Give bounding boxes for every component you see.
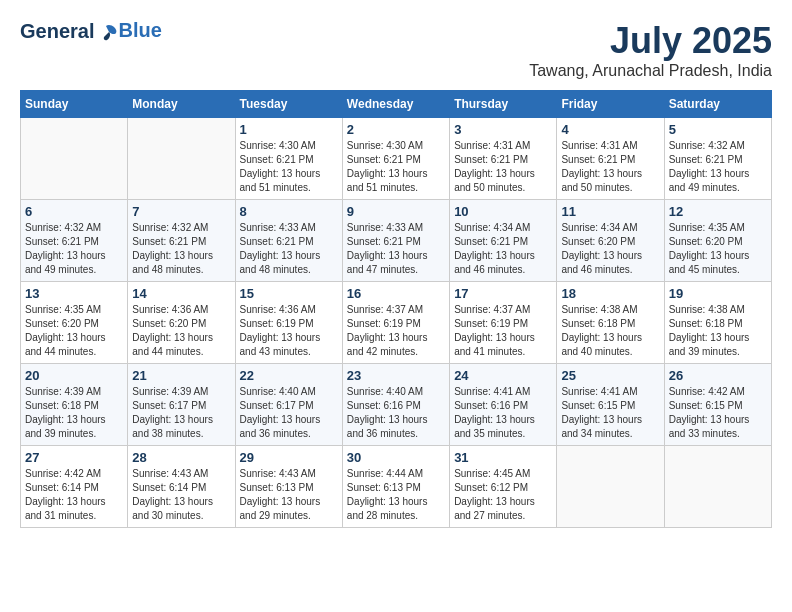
calendar-week-row: 6Sunrise: 4:32 AMSunset: 6:21 PMDaylight… (21, 200, 772, 282)
day-info: Sunrise: 4:31 AMSunset: 6:21 PMDaylight:… (454, 139, 552, 195)
calendar-day-cell: 28Sunrise: 4:43 AMSunset: 6:14 PMDayligh… (128, 446, 235, 528)
logo-line2: Blue (118, 19, 161, 41)
day-info: Sunrise: 4:30 AMSunset: 6:21 PMDaylight:… (240, 139, 338, 195)
calendar-day-cell: 16Sunrise: 4:37 AMSunset: 6:19 PMDayligh… (342, 282, 449, 364)
calendar-body: 1Sunrise: 4:30 AMSunset: 6:21 PMDaylight… (21, 118, 772, 528)
day-number: 7 (132, 204, 230, 219)
calendar-day-cell: 6Sunrise: 4:32 AMSunset: 6:21 PMDaylight… (21, 200, 128, 282)
day-info: Sunrise: 4:45 AMSunset: 6:12 PMDaylight:… (454, 467, 552, 523)
day-number: 11 (561, 204, 659, 219)
weekday-header-cell: Wednesday (342, 91, 449, 118)
day-number: 30 (347, 450, 445, 465)
calendar-day-cell: 24Sunrise: 4:41 AMSunset: 6:16 PMDayligh… (450, 364, 557, 446)
day-info: Sunrise: 4:40 AMSunset: 6:17 PMDaylight:… (240, 385, 338, 441)
day-info: Sunrise: 4:41 AMSunset: 6:16 PMDaylight:… (454, 385, 552, 441)
day-number: 15 (240, 286, 338, 301)
day-info: Sunrise: 4:36 AMSunset: 6:19 PMDaylight:… (240, 303, 338, 359)
day-info: Sunrise: 4:37 AMSunset: 6:19 PMDaylight:… (347, 303, 445, 359)
day-info: Sunrise: 4:37 AMSunset: 6:19 PMDaylight:… (454, 303, 552, 359)
day-info: Sunrise: 4:44 AMSunset: 6:13 PMDaylight:… (347, 467, 445, 523)
calendar-day-cell: 12Sunrise: 4:35 AMSunset: 6:20 PMDayligh… (664, 200, 771, 282)
day-number: 26 (669, 368, 767, 383)
location-title: Tawang, Arunachal Pradesh, India (529, 62, 772, 80)
calendar-week-row: 27Sunrise: 4:42 AMSunset: 6:14 PMDayligh… (21, 446, 772, 528)
calendar-day-cell: 1Sunrise: 4:30 AMSunset: 6:21 PMDaylight… (235, 118, 342, 200)
day-number: 20 (25, 368, 123, 383)
calendar-day-cell: 5Sunrise: 4:32 AMSunset: 6:21 PMDaylight… (664, 118, 771, 200)
day-number: 10 (454, 204, 552, 219)
calendar-day-cell: 22Sunrise: 4:40 AMSunset: 6:17 PMDayligh… (235, 364, 342, 446)
day-number: 1 (240, 122, 338, 137)
day-number: 21 (132, 368, 230, 383)
logo: General Blue (20, 20, 162, 42)
calendar-day-cell: 2Sunrise: 4:30 AMSunset: 6:21 PMDaylight… (342, 118, 449, 200)
day-number: 27 (25, 450, 123, 465)
day-number: 2 (347, 122, 445, 137)
calendar-day-cell: 19Sunrise: 4:38 AMSunset: 6:18 PMDayligh… (664, 282, 771, 364)
logo-bird-icon (96, 24, 118, 42)
day-info: Sunrise: 4:34 AMSunset: 6:20 PMDaylight:… (561, 221, 659, 277)
day-info: Sunrise: 4:33 AMSunset: 6:21 PMDaylight:… (347, 221, 445, 277)
calendar-day-cell: 11Sunrise: 4:34 AMSunset: 6:20 PMDayligh… (557, 200, 664, 282)
day-info: Sunrise: 4:42 AMSunset: 6:15 PMDaylight:… (669, 385, 767, 441)
day-number: 19 (669, 286, 767, 301)
calendar-day-cell: 7Sunrise: 4:32 AMSunset: 6:21 PMDaylight… (128, 200, 235, 282)
day-number: 31 (454, 450, 552, 465)
day-info: Sunrise: 4:32 AMSunset: 6:21 PMDaylight:… (669, 139, 767, 195)
weekday-header-row: SundayMondayTuesdayWednesdayThursdayFrid… (21, 91, 772, 118)
day-info: Sunrise: 4:34 AMSunset: 6:21 PMDaylight:… (454, 221, 552, 277)
calendar-day-cell: 26Sunrise: 4:42 AMSunset: 6:15 PMDayligh… (664, 364, 771, 446)
calendar-day-cell: 31Sunrise: 4:45 AMSunset: 6:12 PMDayligh… (450, 446, 557, 528)
calendar-day-cell: 23Sunrise: 4:40 AMSunset: 6:16 PMDayligh… (342, 364, 449, 446)
day-number: 29 (240, 450, 338, 465)
month-title: July 2025 (529, 20, 772, 62)
day-number: 5 (669, 122, 767, 137)
day-info: Sunrise: 4:39 AMSunset: 6:17 PMDaylight:… (132, 385, 230, 441)
calendar-day-cell (21, 118, 128, 200)
weekday-header-cell: Thursday (450, 91, 557, 118)
calendar-day-cell: 13Sunrise: 4:35 AMSunset: 6:20 PMDayligh… (21, 282, 128, 364)
day-number: 28 (132, 450, 230, 465)
calendar-table: SundayMondayTuesdayWednesdayThursdayFrid… (20, 90, 772, 528)
day-number: 3 (454, 122, 552, 137)
calendar-day-cell: 10Sunrise: 4:34 AMSunset: 6:21 PMDayligh… (450, 200, 557, 282)
weekday-header-cell: Saturday (664, 91, 771, 118)
weekday-header-cell: Sunday (21, 91, 128, 118)
day-number: 23 (347, 368, 445, 383)
day-info: Sunrise: 4:35 AMSunset: 6:20 PMDaylight:… (669, 221, 767, 277)
day-number: 4 (561, 122, 659, 137)
calendar-day-cell: 4Sunrise: 4:31 AMSunset: 6:21 PMDaylight… (557, 118, 664, 200)
day-number: 17 (454, 286, 552, 301)
calendar-week-row: 1Sunrise: 4:30 AMSunset: 6:21 PMDaylight… (21, 118, 772, 200)
day-info: Sunrise: 4:43 AMSunset: 6:14 PMDaylight:… (132, 467, 230, 523)
day-number: 16 (347, 286, 445, 301)
day-info: Sunrise: 4:41 AMSunset: 6:15 PMDaylight:… (561, 385, 659, 441)
day-number: 25 (561, 368, 659, 383)
calendar-day-cell: 21Sunrise: 4:39 AMSunset: 6:17 PMDayligh… (128, 364, 235, 446)
day-number: 18 (561, 286, 659, 301)
day-number: 6 (25, 204, 123, 219)
calendar-week-row: 13Sunrise: 4:35 AMSunset: 6:20 PMDayligh… (21, 282, 772, 364)
calendar-day-cell: 20Sunrise: 4:39 AMSunset: 6:18 PMDayligh… (21, 364, 128, 446)
day-number: 13 (25, 286, 123, 301)
logo-text: General Blue (20, 20, 162, 42)
day-number: 24 (454, 368, 552, 383)
calendar-day-cell: 17Sunrise: 4:37 AMSunset: 6:19 PMDayligh… (450, 282, 557, 364)
day-number: 12 (669, 204, 767, 219)
weekday-header-cell: Friday (557, 91, 664, 118)
calendar-day-cell (557, 446, 664, 528)
calendar-day-cell (128, 118, 235, 200)
calendar-day-cell: 8Sunrise: 4:33 AMSunset: 6:21 PMDaylight… (235, 200, 342, 282)
calendar-day-cell: 15Sunrise: 4:36 AMSunset: 6:19 PMDayligh… (235, 282, 342, 364)
day-number: 9 (347, 204, 445, 219)
day-info: Sunrise: 4:31 AMSunset: 6:21 PMDaylight:… (561, 139, 659, 195)
day-info: Sunrise: 4:32 AMSunset: 6:21 PMDaylight:… (132, 221, 230, 277)
title-area: July 2025 Tawang, Arunachal Pradesh, Ind… (529, 20, 772, 80)
day-info: Sunrise: 4:39 AMSunset: 6:18 PMDaylight:… (25, 385, 123, 441)
weekday-header-cell: Monday (128, 91, 235, 118)
calendar-day-cell: 9Sunrise: 4:33 AMSunset: 6:21 PMDaylight… (342, 200, 449, 282)
calendar-day-cell: 27Sunrise: 4:42 AMSunset: 6:14 PMDayligh… (21, 446, 128, 528)
day-number: 22 (240, 368, 338, 383)
calendar-day-cell: 14Sunrise: 4:36 AMSunset: 6:20 PMDayligh… (128, 282, 235, 364)
day-info: Sunrise: 4:33 AMSunset: 6:21 PMDaylight:… (240, 221, 338, 277)
